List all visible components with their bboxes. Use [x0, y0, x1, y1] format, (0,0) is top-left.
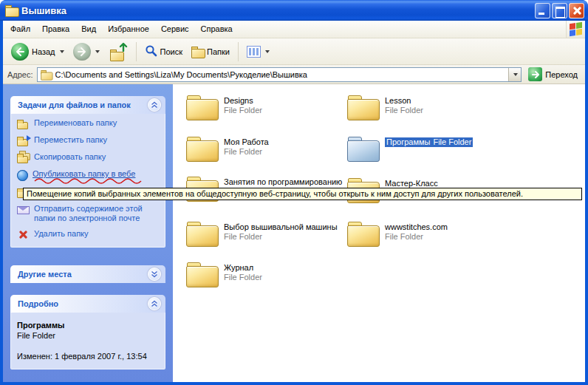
details-modified: Изменен: 1 февраля 2007 г., 13:54 — [17, 351, 159, 361]
windows-logo — [566, 21, 585, 38]
details-header[interactable]: Подробно — [10, 295, 165, 313]
other-places-panel: Другие места — [10, 265, 165, 283]
tasks-panel-title: Задачи для файлов и папок — [18, 100, 131, 109]
views-dropdown-icon[interactable] — [265, 50, 270, 53]
details-item-name: Программы — [17, 320, 159, 330]
folder-icon — [186, 262, 219, 288]
views-icon — [247, 46, 261, 58]
forward-button[interactable] — [69, 41, 103, 63]
folders-label: Папки — [207, 47, 230, 56]
task-copy-folder[interactable]: Скопировать папку — [17, 152, 162, 163]
menu-tools[interactable]: Сервис — [155, 21, 195, 38]
search-icon — [145, 44, 157, 58]
task-move-folder[interactable]: Переместить папку — [17, 135, 162, 146]
address-label: Адрес: — [7, 70, 33, 79]
publish-web-icon — [17, 170, 28, 181]
menu-bar: Файл Правка Вид Избранное Сервис Справка — [3, 21, 585, 38]
file-item-programmy-selected[interactable]: ПрограммыFile Folder — [347, 136, 510, 163]
close-button[interactable] — [569, 3, 584, 18]
menu-view[interactable]: Вид — [75, 21, 102, 38]
standard-toolbar: Назад Поиск — [3, 38, 585, 65]
file-item-designs[interactable]: DesignsFile Folder — [186, 95, 349, 121]
go-label: Переход — [545, 70, 578, 79]
forward-dropdown-icon[interactable] — [95, 50, 100, 53]
menu-edit[interactable]: Правка — [36, 21, 75, 38]
window-controls — [535, 3, 584, 18]
rename-folder-icon — [17, 118, 30, 129]
expand-chevron-down-icon[interactable] — [148, 268, 161, 281]
other-places-header[interactable]: Другие места — [10, 265, 165, 283]
tasks-panel-body: Переименовать папку Переместить папку Ск… — [10, 114, 165, 248]
folder-icon — [186, 221, 219, 248]
delete-icon — [17, 229, 30, 240]
details-title: Подробно — [18, 299, 58, 308]
back-label: Назад — [32, 47, 55, 56]
folder-icon — [186, 136, 219, 163]
task-pane: Задачи для файлов и папок Переименовать … — [3, 84, 173, 382]
main-area: Задачи для файлов и папок Переименовать … — [3, 84, 585, 382]
window-frame: Файл Правка Вид Избранное Сервис Справка… — [3, 21, 585, 382]
task-email-folder[interactable]: Отправить содержимое этой папки по элект… — [17, 204, 162, 223]
title-bar: Вышивка — [0, 0, 588, 21]
up-button[interactable] — [105, 41, 131, 63]
folders-icon — [191, 47, 204, 57]
menu-file[interactable]: Файл — [4, 21, 36, 38]
back-button[interactable]: Назад — [7, 41, 68, 63]
menu-favorites[interactable]: Избранное — [102, 21, 155, 38]
maximize-button[interactable] — [552, 3, 567, 18]
folder-icon — [347, 221, 380, 248]
file-item-moya-rabota[interactable]: Моя РаботаFile Folder — [186, 136, 349, 163]
back-icon — [11, 43, 29, 61]
address-folder-icon — [41, 70, 51, 79]
address-bar: Адрес: C:\Documents and Settings\Liza\My… — [3, 65, 585, 84]
other-places-title: Другие места — [18, 270, 72, 279]
go-button[interactable]: Переход — [525, 67, 581, 81]
back-dropdown-icon[interactable] — [60, 50, 64, 53]
file-item-vybor-mashiny[interactable]: Выбор вышивальной машиныFile Folder — [186, 221, 349, 248]
copy-folder-icon — [17, 152, 30, 163]
menu-help[interactable]: Справка — [195, 21, 239, 38]
tooltip-publish-folder: Помещение копий выбранных элементов на о… — [23, 188, 582, 200]
toolbar-separator — [238, 42, 239, 61]
window-title: Вышивка — [21, 5, 531, 16]
address-input[interactable]: C:\Documents and Settings\Liza\My Docume… — [37, 67, 522, 82]
window-folder-icon — [5, 5, 18, 16]
collapse-chevron-up-icon[interactable] — [148, 297, 161, 310]
folder-up-icon — [109, 43, 128, 61]
folders-button[interactable]: Папки — [188, 44, 233, 59]
views-button[interactable] — [243, 44, 273, 60]
file-item-zhurnal[interactable]: ЖурналFile Folder — [186, 262, 349, 288]
task-delete-folder[interactable]: Удалить папку — [17, 229, 162, 240]
move-folder-icon — [17, 135, 30, 146]
file-item-lesson[interactable]: LessonFile Folder — [347, 95, 510, 121]
collapse-chevron-up-icon[interactable] — [148, 98, 161, 112]
explorer-window: Вышивка Файл Правка Вид Избранное Сервис… — [0, 0, 588, 385]
task-publish-folder-web[interactable]: Опубликовать папку в вебе — [17, 169, 162, 181]
minimize-button[interactable] — [535, 3, 550, 18]
details-body: Программы File Folder Изменен: 1 февраля… — [10, 313, 165, 369]
go-arrow-icon — [528, 67, 542, 81]
forward-icon — [73, 43, 91, 61]
address-path: C:\Documents and Settings\Liza\My Docume… — [55, 70, 506, 79]
folder-icon — [347, 95, 380, 121]
folder-icon — [186, 95, 219, 121]
tasks-panel-header[interactable]: Задачи для файлов и папок — [10, 96, 165, 114]
task-rename-folder[interactable]: Переименовать папку — [17, 118, 162, 129]
address-dropdown-button[interactable] — [508, 68, 521, 81]
details-panel: Подробно Программы File Folder Изменен: … — [10, 295, 165, 369]
file-list-view: DesignsFile Folder LessonFile Folder Моя… — [173, 84, 585, 382]
search-label: Поиск — [160, 47, 182, 56]
file-folder-tasks-panel: Задачи для файлов и папок Переименовать … — [10, 96, 165, 248]
details-item-type: File Folder — [17, 330, 159, 341]
folder-icon-selected — [347, 136, 380, 163]
search-button[interactable]: Поиск — [141, 42, 186, 61]
file-item-wwwstitches[interactable]: wwwstitches.comFile Folder — [347, 221, 510, 248]
red-underline-annotation — [33, 178, 144, 184]
windows-flag-icon — [570, 22, 582, 36]
email-icon — [17, 204, 30, 215]
toolbar-separator — [136, 42, 137, 61]
